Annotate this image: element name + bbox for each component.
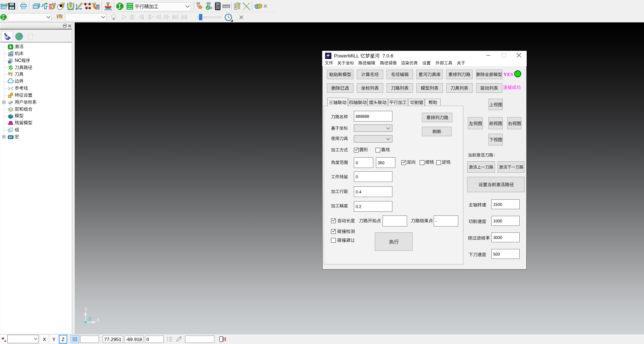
svg-text:Z: Z bbox=[88, 316, 91, 322]
svg-text:Y: Y bbox=[85, 306, 88, 312]
svg-text:X: X bbox=[96, 317, 100, 323]
